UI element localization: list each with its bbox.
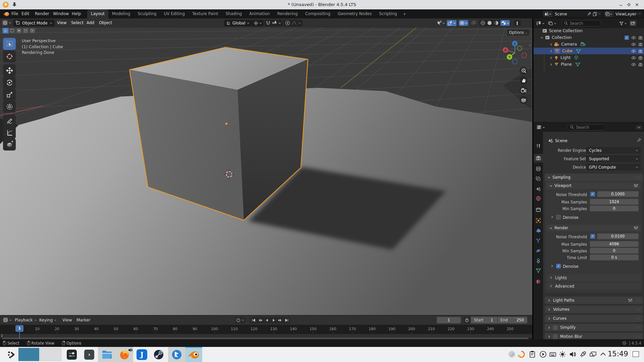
panel-curves[interactable]: Curves:::: (545, 315, 643, 322)
current-frame-field[interactable]: 1 (437, 317, 461, 323)
select-mode-lasso[interactable] (22, 28, 29, 34)
properties-tab-tool[interactable] (534, 142, 543, 150)
properties-options-button[interactable] (636, 125, 642, 129)
camera-view-button[interactable] (520, 86, 527, 94)
noise-threshold-checkbox[interactable]: ✓ (590, 192, 595, 196)
panel-motion-blur[interactable]: Motion Blur:::: (545, 333, 643, 340)
denoise-checkbox[interactable]: ✓ (556, 264, 561, 268)
panel-light-paths[interactable]: Light Paths:::: (545, 297, 643, 304)
panel-checkbox[interactable] (553, 325, 557, 330)
outliner-row-cube[interactable]: Cube (534, 48, 644, 54)
noise-threshold-checkbox[interactable]: ✓ (590, 234, 595, 239)
taskbar-krita[interactable] (168, 347, 185, 362)
scene-name[interactable]: Scene (555, 12, 587, 16)
time-limit-value[interactable]: 0 s (590, 254, 639, 260)
tool-annotate[interactable] (3, 115, 16, 127)
viewport-menu-view[interactable]: View (57, 18, 66, 27)
tab-compositing[interactable]: Compositing (302, 9, 334, 18)
tool-cursor[interactable] (3, 50, 16, 62)
show-desktop-button[interactable] (633, 351, 639, 357)
playhead-badge[interactable]: 1 (15, 325, 23, 332)
tray-chevron-up[interactable] (599, 351, 607, 358)
show-overlays-toggle[interactable] (447, 20, 457, 26)
panel-checkbox[interactable] (553, 335, 557, 339)
properties-tab-scene[interactable] (534, 185, 543, 193)
shading-material-icon[interactable] (494, 20, 499, 25)
denoise-expand-icon[interactable] (551, 216, 553, 219)
scene-copy-icon[interactable] (593, 12, 597, 16)
eye-icon[interactable] (631, 43, 636, 46)
tab-animation[interactable]: Animation (246, 9, 273, 18)
properties-tab-constraints[interactable] (534, 256, 543, 265)
timeline-menu-keying[interactable]: Keying (39, 315, 57, 325)
show-gizmo-toggle[interactable] (436, 20, 446, 26)
tab-sculpting[interactable]: Sculpting (134, 9, 160, 18)
chevron-right-icon[interactable] (550, 63, 552, 66)
taskbar-app-launcher[interactable] (4, 347, 19, 362)
properties-editor-type[interactable] (536, 125, 545, 130)
select-mode-paint[interactable] (29, 28, 36, 34)
taskbar-files[interactable] (98, 347, 116, 362)
shading-wireframe-icon[interactable] (480, 20, 485, 25)
transform-orientation-dropdown[interactable]: Global (224, 20, 252, 26)
region-collapse-arrow[interactable]: ‹ (529, 43, 531, 48)
noise-threshold-value[interactable]: 0.0100 (597, 233, 639, 239)
tab-modeling[interactable]: Modeling (108, 9, 134, 18)
taskbar-terminal[interactable]: › (82, 347, 97, 362)
menu-window[interactable]: Window (53, 9, 69, 18)
properties-pin-icon[interactable] (637, 138, 641, 142)
viewlayer-name[interactable]: ViewLayer (615, 12, 636, 16)
viewport-3d[interactable]: Object ModeViewSelectAddObjectGlobal ‖ U… (0, 18, 532, 315)
sampling-panel-header[interactable]: Sampling:::: (545, 174, 643, 181)
noise-threshold-value[interactable]: 0.1000 (597, 191, 639, 197)
use-preview-range-button[interactable] (463, 317, 471, 323)
object-mode-dropdown[interactable]: Object Mode (13, 20, 55, 26)
ortho-toggle-button[interactable] (520, 96, 527, 104)
render-visibility-icon[interactable] (638, 43, 643, 46)
pivot-point-dropdown[interactable] (252, 20, 264, 26)
pan-button[interactable] (520, 76, 527, 84)
track-expand-arrow[interactable]: ❯ (1, 334, 3, 337)
menu-edit[interactable]: Edit (21, 9, 29, 18)
chevron-down-icon[interactable] (540, 36, 543, 39)
eye-icon[interactable] (631, 49, 636, 53)
collection-checkbox[interactable]: ✓ (625, 36, 629, 40)
start-frame-field[interactable]: Start1 (471, 317, 497, 323)
chevron-right-icon[interactable] (550, 56, 552, 59)
tool-rotate[interactable] (3, 76, 16, 88)
tool-add-cube[interactable] (3, 138, 16, 150)
tray-update-swirl[interactable] (518, 351, 525, 358)
viewport-menu-object[interactable]: Object (99, 18, 112, 27)
tray-brightness[interactable] (559, 351, 566, 358)
options-button[interactable]: Options⌄ (507, 29, 529, 36)
field-render-engine[interactable]: Cycles (586, 147, 641, 154)
outliner-display-mode[interactable] (536, 21, 545, 26)
eye-icon[interactable] (631, 36, 636, 40)
chevron-right-icon[interactable] (550, 50, 552, 53)
editor-type-button[interactable] (2, 20, 11, 26)
denoise-expand-icon[interactable] (551, 264, 553, 267)
outliner-row-scene-collection[interactable]: Scene Collection (534, 27, 644, 34)
taskbar-blender[interactable] (185, 347, 202, 362)
properties-tab-particles[interactable] (534, 236, 543, 245)
properties-tab-output[interactable] (534, 165, 543, 173)
properties-tab-view-layer[interactable] (534, 175, 543, 183)
outliner-search[interactable]: Search (561, 20, 601, 26)
shading-solid-icon[interactable] (487, 20, 492, 25)
panel-simplify[interactable]: Simplify:::: (545, 324, 643, 331)
outliner-row-collection[interactable]: Collection✓ (534, 34, 644, 41)
properties-tab-object[interactable] (534, 216, 543, 225)
viewport-menu-add[interactable]: Add (87, 18, 94, 27)
outliner-row-plane[interactable]: Plane (534, 61, 644, 68)
jump-to-end-button[interactable] (283, 317, 290, 323)
viewlayer-copy-icon[interactable] (636, 12, 637, 16)
viewlayer-selector[interactable]: ViewLayer ✕ (604, 11, 643, 17)
blender-logo-icon[interactable] (3, 11, 9, 16)
scene-selector[interactable]: Scene ✕ (543, 11, 603, 17)
eye-icon[interactable] (631, 56, 636, 60)
tray-steam-status[interactable] (508, 351, 516, 358)
add-workspace-button[interactable]: + (403, 11, 407, 16)
outliner-row-light[interactable]: Light (534, 54, 644, 61)
timeline-menu-marker[interactable]: Marker (76, 315, 90, 325)
maximize-button[interactable] (627, 3, 631, 7)
